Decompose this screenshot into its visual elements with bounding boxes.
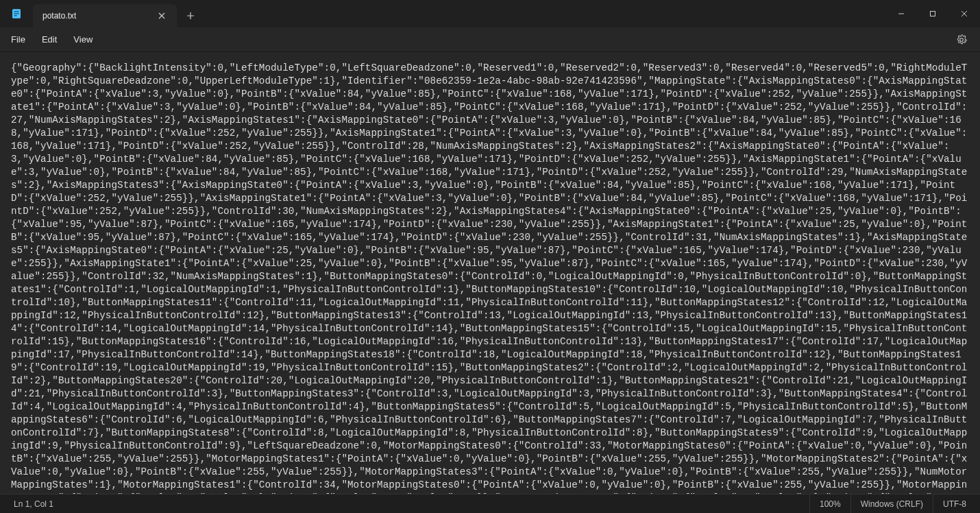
maximize-icon xyxy=(929,10,936,17)
close-icon xyxy=(961,10,968,17)
app-icon xyxy=(0,0,33,27)
tab-close-button[interactable] xyxy=(155,9,169,23)
menu-view[interactable]: View xyxy=(65,30,101,49)
document-tab[interactable]: potato.txt xyxy=(33,4,177,27)
settings-button[interactable] xyxy=(950,30,973,49)
menu-edit[interactable]: Edit xyxy=(34,30,65,49)
encoding[interactable]: UTF-8 xyxy=(933,494,976,513)
title-bar: potato.txt xyxy=(0,0,980,27)
menu-file[interactable]: File xyxy=(3,30,34,49)
window-controls xyxy=(885,0,980,27)
new-tab-button[interactable] xyxy=(177,4,204,27)
notepad-window: potato.txt xyxy=(0,0,980,513)
vertical-scrollbar[interactable] xyxy=(972,55,979,491)
notepad-icon xyxy=(10,8,23,20)
maximize-button[interactable] xyxy=(917,0,948,27)
svg-rect-4 xyxy=(931,12,935,16)
document-text[interactable]: {"Geography":{"BacklightIntensity":0,"Le… xyxy=(11,62,969,494)
svg-rect-1 xyxy=(14,11,19,12)
status-bar: Ln 1, Col 1 100% Windows (CRLF) UTF-8 xyxy=(0,494,980,513)
gear-icon xyxy=(956,34,967,45)
svg-rect-2 xyxy=(14,13,19,14)
plus-icon xyxy=(186,12,195,20)
tab-title: potato.txt xyxy=(42,11,148,21)
line-endings[interactable]: Windows (CRLF) xyxy=(850,494,933,513)
cursor-position[interactable]: Ln 1, Col 1 xyxy=(4,494,63,513)
close-icon xyxy=(158,12,165,19)
minimize-button[interactable] xyxy=(885,0,917,27)
zoom-level[interactable]: 100% xyxy=(809,494,850,513)
menu-bar: File Edit View xyxy=(0,27,980,52)
tab-strip: potato.txt xyxy=(33,0,204,27)
close-window-button[interactable] xyxy=(948,0,980,27)
scrollbar-track xyxy=(972,55,979,491)
editor-area[interactable]: {"Geography":{"BacklightIntensity":0,"Le… xyxy=(0,52,980,494)
svg-rect-3 xyxy=(14,15,17,16)
minimize-icon xyxy=(898,10,905,17)
